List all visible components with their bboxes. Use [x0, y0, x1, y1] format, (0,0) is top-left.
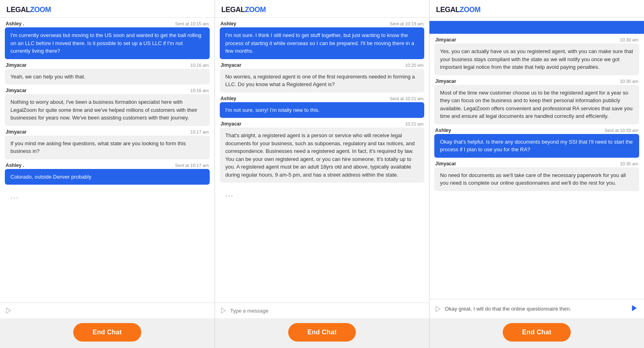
highlight-bar [429, 21, 644, 34]
logo-black: LEGAL [6, 6, 30, 14]
send-icon-left [220, 307, 227, 314]
svg-marker-2 [436, 306, 440, 312]
sender-name: Jimyacar [435, 37, 456, 43]
chat-panel-2: LEGALZOOM AshleySent at 10:19 amI'm not … [215, 0, 430, 348]
logo-black: LEGAL [221, 6, 245, 14]
message-row: AshleySent at 10:21 amI'm not sure, sorr… [220, 96, 425, 118]
message-row: Jimyacar10:16 amYeah, we can help you wi… [5, 62, 210, 85]
logo: LEGALZOOM [436, 6, 638, 14]
agent-bubble: If you mind me asking few questions, wha… [5, 136, 210, 159]
svg-marker-3 [632, 305, 637, 311]
message-time: 10:21 am [405, 121, 423, 126]
send-button[interactable] [630, 303, 639, 314]
message-row: AshleySent at 10:19 amI'm not sure. I th… [220, 21, 425, 59]
sender-name: Jimyacar [435, 78, 456, 84]
send-arrow-icon [630, 304, 638, 312]
message-row: Jimyacar10:20 amNo worries, a registered… [220, 62, 425, 93]
sender-name: Ashley [435, 128, 451, 133]
message-time: 10:35 am [620, 161, 638, 166]
sender-name: Jimyacar [6, 62, 27, 68]
message-input[interactable] [230, 308, 425, 314]
bottom-bar: End Chat [0, 318, 215, 348]
message-meta: Jimyacar10:30 am [434, 78, 639, 84]
agent-bubble: Yeah, we can help you with that. [5, 69, 210, 85]
message-time: Sent at 10:17 am [175, 163, 209, 168]
message-meta: Jimyacar10:35 am [434, 161, 639, 167]
sender-name: Ashley [221, 96, 236, 101]
messages-area: Ashley .Sent at 10:15 amI'm currently ov… [0, 18, 215, 303]
message-meta: Jimyacar10:20 am [220, 62, 425, 68]
message-meta: Ashley .Sent at 10:15 am [5, 21, 210, 27]
message-row: Jimyacar10:30 amMost of the time new cus… [434, 78, 639, 124]
message-time: 10:16 am [190, 88, 209, 93]
message-time: 10:30 am [620, 37, 638, 42]
chat-panel-1: LEGALZOOM Ashley .Sent at 10:15 amI'm cu… [0, 0, 215, 348]
typing-indicator: ... [5, 188, 210, 204]
message-meta: AshleySent at 10:33 am [434, 128, 639, 133]
agent-bubble: That's alright, a registered agent is a … [220, 128, 425, 183]
message-row: AshleySent at 10:33 amOkay that's helpfu… [434, 128, 639, 158]
message-meta: Ashley .Sent at 10:17 am [5, 163, 210, 168]
message-meta: Jimyacar10:21 am [220, 121, 425, 127]
message-input[interactable] [445, 306, 626, 312]
messages-area: Jimyacar10:30 amYes, you can actually ha… [429, 18, 644, 299]
typing-indicator: ... [220, 186, 425, 202]
message-row: Jimyacar10:21 amThat's alright, a regist… [220, 121, 425, 183]
sender-name: Jimyacar [221, 121, 242, 127]
logo-black: LEGAL [436, 6, 460, 14]
sender-name: Ashley [221, 21, 236, 27]
svg-marker-0 [6, 308, 11, 313]
panel-header: LEGALZOOM [215, 0, 429, 18]
agent-bubble: Nothing to worry about, I've been a busi… [5, 94, 210, 126]
agent-bubble: No worries, a registered agent is one of… [220, 69, 425, 93]
message-meta: AshleySent at 10:19 am [220, 21, 425, 27]
message-row: Ashley .Sent at 10:17 amColorado, outsid… [5, 163, 210, 185]
message-meta: Jimyacar10:17 am [5, 129, 210, 135]
message-time: Sent at 10:21 am [390, 96, 424, 101]
logo-blue: ZOOM [460, 6, 481, 14]
typing-row: ... [220, 186, 425, 202]
sender-name: Jimyacar [221, 62, 242, 68]
user-bubble: I'm not sure. I think I still need to ge… [220, 27, 425, 59]
input-area [429, 299, 644, 318]
message-time: Sent at 10:15 am [175, 21, 209, 26]
sender-name: Jimyacar [6, 88, 27, 93]
chat-panel-3: LEGALZOOM Jimyacar10:30 amYes, you can a… [429, 0, 644, 348]
logo: LEGALZOOM [6, 6, 208, 14]
panel-header: LEGALZOOM [429, 0, 644, 18]
sender-name: Jimyacar [435, 161, 456, 167]
end-chat-button[interactable]: End Chat [503, 323, 571, 342]
message-row: Jimyacar10:30 amYes, you can actually ha… [434, 37, 639, 75]
bottom-bar: End Chat [215, 318, 429, 348]
panel-header: LEGALZOOM [0, 0, 215, 18]
sender-name: Ashley . [6, 163, 24, 168]
user-bubble: I'm currently overseas but moving to the… [5, 27, 210, 59]
bottom-bar: End Chat [429, 318, 644, 348]
agent-bubble: No need for documents as we'll take care… [434, 167, 639, 191]
message-time: 10:17 am [190, 130, 209, 134]
send-icon-left [434, 305, 442, 313]
user-bubble: I'm not sure, sorry! I'm totally new to … [220, 102, 425, 118]
message-input[interactable] [15, 308, 210, 314]
typing-row: ... [5, 188, 210, 204]
input-area [215, 303, 429, 318]
messages-area: AshleySent at 10:19 amI'm not sure. I th… [215, 18, 429, 303]
logo: LEGALZOOM [221, 6, 423, 14]
send-icon-left [5, 307, 12, 314]
end-chat-button[interactable]: End Chat [288, 323, 356, 342]
message-meta: Jimyacar10:30 am [434, 37, 639, 43]
sender-name: Jimyacar [6, 129, 27, 135]
svg-marker-1 [221, 308, 225, 313]
end-chat-button[interactable]: End Chat [73, 323, 141, 342]
logo-blue: ZOOM [245, 6, 266, 14]
message-time: 10:30 am [620, 79, 638, 84]
message-row: Ashley .Sent at 10:15 amI'm currently ov… [5, 21, 210, 59]
message-time: Sent at 10:33 am [605, 128, 638, 133]
user-bubble: Okay that's helpful. Is there any docume… [434, 134, 639, 158]
agent-bubble: Most of the time new customer choose us … [434, 85, 639, 124]
message-row: Jimyacar10:16 amNothing to worry about, … [5, 88, 210, 126]
message-time: 10:20 am [405, 63, 423, 68]
message-time: Sent at 10:19 am [390, 21, 424, 26]
agent-bubble: Yes, you can actually have us as you reg… [434, 43, 639, 75]
input-area [0, 303, 215, 318]
